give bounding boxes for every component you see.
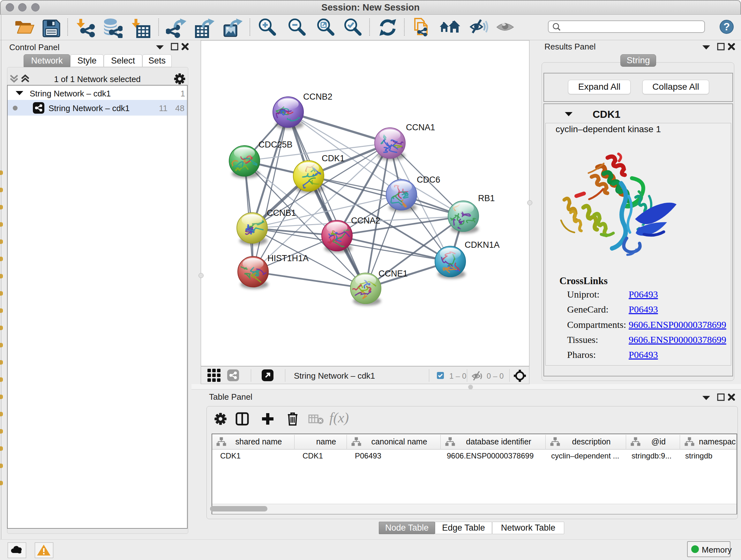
svg-text:CDK1: CDK1 xyxy=(322,153,345,163)
svg-text:CCNB1: CCNB1 xyxy=(267,208,296,218)
svg-text:RB1: RB1 xyxy=(478,193,495,203)
svg-text:CCNA1: CCNA1 xyxy=(406,123,435,132)
svg-text:CCNA2: CCNA2 xyxy=(351,216,381,226)
svg-text:CDC25B: CDC25B xyxy=(259,140,293,149)
svg-text:CCNB2: CCNB2 xyxy=(303,92,333,102)
svg-text:CCNE1: CCNE1 xyxy=(379,269,408,278)
svg-text:HIST1H1A: HIST1H1A xyxy=(267,253,309,263)
svg-text:CDKN1A: CDKN1A xyxy=(465,240,500,250)
svg-text:CDC6: CDC6 xyxy=(417,175,441,185)
